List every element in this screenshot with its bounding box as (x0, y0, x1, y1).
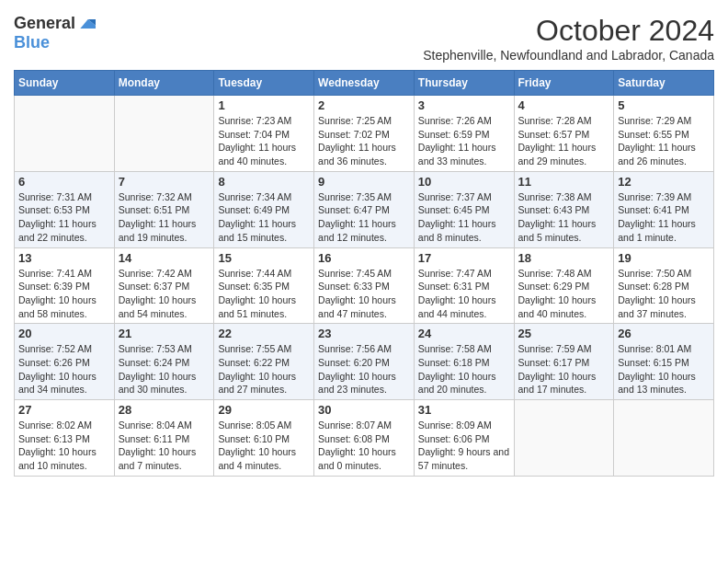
calendar-cell (614, 400, 714, 477)
day-info: Sunrise: 7:39 AMSunset: 6:41 PMDaylight:… (618, 190, 710, 245)
day-info: Sunrise: 7:56 AMSunset: 6:20 PMDaylight:… (318, 342, 410, 396)
day-number: 3 (418, 98, 510, 112)
calendar-cell: 17Sunrise: 7:47 AMSunset: 6:31 PMDayligh… (414, 247, 514, 324)
calendar-cell: 12Sunrise: 7:39 AMSunset: 6:41 PMDayligh… (614, 171, 714, 247)
day-number: 27 (18, 403, 110, 417)
day-info: Sunrise: 7:47 AMSunset: 6:31 PMDaylight:… (418, 267, 510, 321)
calendar-table: SundayMondayTuesdayWednesdayThursdayFrid… (14, 70, 714, 477)
weekday-header-row: SundayMondayTuesdayWednesdayThursdayFrid… (15, 71, 714, 96)
day-info: Sunrise: 7:28 AMSunset: 6:57 PMDaylight:… (518, 114, 610, 168)
day-info: Sunrise: 7:41 AMSunset: 6:39 PMDaylight:… (18, 267, 110, 321)
weekday-header-saturday: Saturday (614, 71, 714, 96)
calendar-cell (15, 96, 115, 172)
day-info: Sunrise: 7:29 AMSunset: 6:55 PMDaylight:… (618, 114, 710, 168)
day-info: Sunrise: 7:32 AMSunset: 6:51 PMDaylight:… (119, 190, 210, 245)
calendar-cell: 2Sunrise: 7:25 AMSunset: 7:02 PMDaylight… (314, 96, 415, 172)
calendar-cell: 7Sunrise: 7:32 AMSunset: 6:51 PMDaylight… (114, 171, 214, 247)
day-info: Sunrise: 7:55 AMSunset: 6:22 PMDaylight:… (218, 342, 310, 396)
logo-icon (77, 15, 96, 33)
calendar-cell: 16Sunrise: 7:45 AMSunset: 6:33 PMDayligh… (314, 247, 415, 324)
day-number: 8 (218, 175, 310, 189)
calendar-cell: 23Sunrise: 7:56 AMSunset: 6:20 PMDayligh… (314, 324, 415, 400)
day-info: Sunrise: 7:23 AMSunset: 7:04 PMDaylight:… (218, 114, 310, 168)
calendar-cell (114, 96, 214, 172)
day-number: 21 (119, 327, 210, 340)
day-number: 9 (318, 175, 410, 189)
day-number: 15 (218, 251, 310, 265)
calendar-cell: 26Sunrise: 8:01 AMSunset: 6:15 PMDayligh… (614, 324, 714, 400)
calendar-week-row: 6Sunrise: 7:31 AMSunset: 6:53 PMDaylight… (15, 171, 714, 247)
calendar-cell: 28Sunrise: 8:04 AMSunset: 6:11 PMDayligh… (114, 400, 214, 477)
logo-general-text: General (14, 14, 75, 33)
weekday-header-tuesday: Tuesday (214, 71, 314, 96)
weekday-header-sunday: Sunday (15, 71, 115, 96)
logo: General Blue (14, 14, 96, 52)
calendar-cell: 19Sunrise: 7:50 AMSunset: 6:28 PMDayligh… (614, 247, 714, 324)
calendar-cell: 14Sunrise: 7:42 AMSunset: 6:37 PMDayligh… (114, 247, 214, 324)
day-number: 1 (218, 98, 310, 112)
day-info: Sunrise: 7:44 AMSunset: 6:35 PMDaylight:… (218, 267, 310, 321)
calendar-cell: 29Sunrise: 8:05 AMSunset: 6:10 PMDayligh… (214, 400, 314, 477)
weekday-header-wednesday: Wednesday (314, 71, 415, 96)
day-number: 16 (318, 251, 410, 265)
calendar-cell: 18Sunrise: 7:48 AMSunset: 6:29 PMDayligh… (514, 247, 614, 324)
calendar-cell: 22Sunrise: 7:55 AMSunset: 6:22 PMDayligh… (214, 324, 314, 400)
calendar-week-row: 1Sunrise: 7:23 AMSunset: 7:04 PMDaylight… (15, 96, 714, 172)
calendar-cell: 8Sunrise: 7:34 AMSunset: 6:49 PMDaylight… (214, 171, 314, 247)
day-number: 29 (218, 403, 310, 417)
day-number: 11 (518, 175, 610, 189)
location-subtitle: Stephenville, Newfoundland and Labrador,… (423, 48, 714, 63)
weekday-header-thursday: Thursday (414, 71, 514, 96)
day-number: 20 (18, 327, 110, 340)
calendar-cell: 24Sunrise: 7:58 AMSunset: 6:18 PMDayligh… (414, 324, 514, 400)
day-number: 13 (18, 251, 110, 265)
day-number: 5 (618, 98, 710, 112)
day-number: 25 (518, 327, 610, 340)
calendar-cell: 9Sunrise: 7:35 AMSunset: 6:47 PMDaylight… (314, 171, 415, 247)
day-info: Sunrise: 8:09 AMSunset: 6:06 PMDaylight:… (418, 419, 510, 473)
day-info: Sunrise: 8:01 AMSunset: 6:15 PMDaylight:… (618, 342, 710, 396)
day-info: Sunrise: 7:38 AMSunset: 6:43 PMDaylight:… (518, 190, 610, 245)
page-header: General Blue October 2024 Stephenville, … (14, 14, 714, 63)
day-number: 24 (418, 327, 510, 340)
calendar-cell: 25Sunrise: 7:59 AMSunset: 6:17 PMDayligh… (514, 324, 614, 400)
calendar-cell: 15Sunrise: 7:44 AMSunset: 6:35 PMDayligh… (214, 247, 314, 324)
calendar-cell: 21Sunrise: 7:53 AMSunset: 6:24 PMDayligh… (114, 324, 214, 400)
day-number: 17 (418, 251, 510, 265)
day-number: 6 (18, 175, 110, 189)
day-info: Sunrise: 8:04 AMSunset: 6:11 PMDaylight:… (119, 419, 210, 473)
day-number: 22 (218, 327, 310, 340)
calendar-cell: 11Sunrise: 7:38 AMSunset: 6:43 PMDayligh… (514, 171, 614, 247)
day-number: 28 (119, 403, 210, 417)
calendar-cell: 20Sunrise: 7:52 AMSunset: 6:26 PMDayligh… (15, 324, 115, 400)
day-number: 7 (119, 175, 210, 189)
calendar-week-row: 13Sunrise: 7:41 AMSunset: 6:39 PMDayligh… (15, 247, 714, 324)
calendar-cell: 5Sunrise: 7:29 AMSunset: 6:55 PMDaylight… (614, 96, 714, 172)
weekday-header-monday: Monday (114, 71, 214, 96)
day-number: 30 (318, 403, 410, 417)
day-info: Sunrise: 8:02 AMSunset: 6:13 PMDaylight:… (18, 419, 110, 473)
day-info: Sunrise: 8:07 AMSunset: 6:08 PMDaylight:… (318, 419, 410, 473)
day-number: 19 (618, 251, 710, 265)
month-title: October 2024 (423, 14, 714, 48)
day-number: 23 (318, 327, 410, 340)
day-info: Sunrise: 7:31 AMSunset: 6:53 PMDaylight:… (18, 190, 110, 245)
day-info: Sunrise: 7:48 AMSunset: 6:29 PMDaylight:… (518, 267, 610, 321)
weekday-header-friday: Friday (514, 71, 614, 96)
day-info: Sunrise: 7:59 AMSunset: 6:17 PMDaylight:… (518, 342, 610, 396)
day-info: Sunrise: 7:25 AMSunset: 7:02 PMDaylight:… (318, 114, 410, 168)
calendar-cell: 6Sunrise: 7:31 AMSunset: 6:53 PMDaylight… (15, 171, 115, 247)
calendar-week-row: 27Sunrise: 8:02 AMSunset: 6:13 PMDayligh… (15, 400, 714, 477)
calendar-cell: 27Sunrise: 8:02 AMSunset: 6:13 PMDayligh… (15, 400, 115, 477)
day-info: Sunrise: 7:34 AMSunset: 6:49 PMDaylight:… (218, 190, 310, 245)
day-info: Sunrise: 8:05 AMSunset: 6:10 PMDaylight:… (218, 419, 310, 473)
calendar-cell (514, 400, 614, 477)
day-number: 2 (318, 98, 410, 112)
day-number: 31 (418, 403, 510, 417)
logo-blue-text: Blue (14, 33, 50, 52)
day-info: Sunrise: 7:35 AMSunset: 6:47 PMDaylight:… (318, 190, 410, 245)
day-info: Sunrise: 7:37 AMSunset: 6:45 PMDaylight:… (418, 190, 510, 245)
calendar-cell: 3Sunrise: 7:26 AMSunset: 6:59 PMDaylight… (414, 96, 514, 172)
day-info: Sunrise: 7:26 AMSunset: 6:59 PMDaylight:… (418, 114, 510, 168)
calendar-cell: 13Sunrise: 7:41 AMSunset: 6:39 PMDayligh… (15, 247, 115, 324)
